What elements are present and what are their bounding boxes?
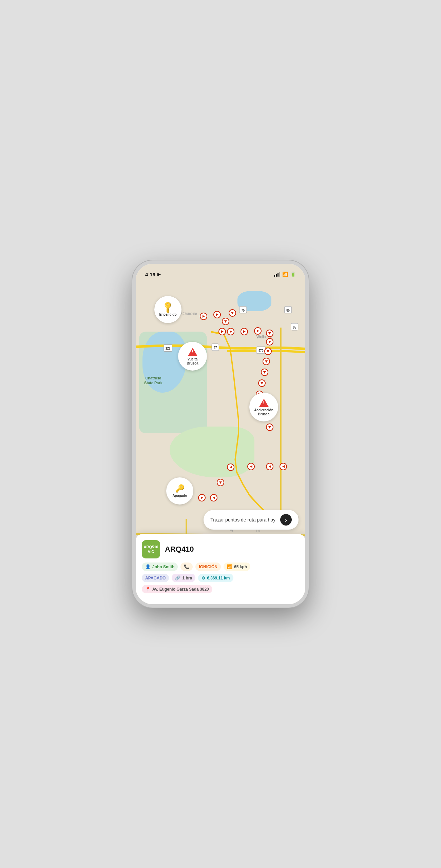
badge-phone: 📞 xyxy=(180,563,193,571)
apagado-label: Apagado xyxy=(173,494,187,498)
park-label-line1: Chatfield xyxy=(145,376,161,380)
event-vuelta-brusca: Vuelta Brusca xyxy=(178,342,207,371)
badge-off: APAGADO xyxy=(142,574,169,582)
phone-frame: 4:19 ▶ 📶 🔋 Chatfield xyxy=(132,260,309,608)
route-marker-6 xyxy=(227,328,234,335)
badges-row-3: 📍 Av. Eugenio Garza Sada 3820 xyxy=(142,585,299,593)
signal-bar-1 xyxy=(274,275,275,277)
vehicle-card-header: ARQ510 VIC ARQ410 xyxy=(142,540,299,558)
odometer-icon: ⊙ xyxy=(202,575,205,580)
route-marker-14 xyxy=(258,379,266,387)
route-marker-23 xyxy=(217,479,224,486)
svg-text:47: 47 xyxy=(214,346,217,350)
route-marker-9 xyxy=(266,330,273,337)
warning-icon-aceleracion xyxy=(259,398,269,408)
route-marker-13 xyxy=(261,369,268,376)
aceleracion-brusca-label: Aceleración Brusca xyxy=(254,408,273,416)
battery-icon: 🔋 xyxy=(290,272,296,277)
time-value: 1 hra xyxy=(182,576,192,580)
route-marker-24 xyxy=(198,494,206,501)
route-marker-19 xyxy=(227,463,234,471)
person-icon: 👤 xyxy=(145,564,151,569)
route-button-arrow-circle[interactable]: › xyxy=(280,514,292,526)
status-bar: 4:19 ▶ 📶 🔋 xyxy=(136,264,305,281)
route-marker-10 xyxy=(266,338,273,346)
svg-text:75: 75 xyxy=(242,308,245,312)
route-button-arrow-icon: › xyxy=(285,516,287,524)
phone-icon: 📞 xyxy=(184,564,189,569)
route-marker-1 xyxy=(200,313,207,320)
status-icons: 📶 🔋 xyxy=(274,272,296,277)
badge-driver: 👤 John Smith xyxy=(142,563,178,571)
key-gray-icon: 🔑 xyxy=(175,484,185,493)
badges-row-2: APAGADO 🔗 1 hra ⊙ 6,369.11 km xyxy=(142,574,299,582)
route-marker-25 xyxy=(210,494,217,501)
status-label: APAGADO xyxy=(145,576,166,580)
speed-icon: 📶 xyxy=(227,564,232,569)
vehicle-id: ARQ410 xyxy=(165,545,194,554)
link-icon: 🔗 xyxy=(175,575,180,580)
signal-bar-2 xyxy=(276,274,277,277)
location-arrow-icon: ▶ xyxy=(157,272,160,277)
badge-distance: ⊙ 6,369.11 km xyxy=(198,574,233,582)
route-marker-22 xyxy=(280,463,287,470)
route-marker-11 xyxy=(264,348,272,355)
svg-text:85: 85 xyxy=(286,308,290,312)
badge-location: 📍 Av. Eugenio Garza Sada 3820 xyxy=(142,585,212,593)
route-marker-3 xyxy=(229,309,236,317)
route-marker-12 xyxy=(263,358,270,365)
signal-bar-3 xyxy=(277,273,279,277)
event-apagado: 🔑 Apagado xyxy=(166,477,193,505)
event-encendido: 🔑 Encendido xyxy=(154,296,181,323)
park-label-line2: State Park xyxy=(144,381,162,385)
badge-time: 🔗 1 hra xyxy=(172,574,195,582)
vehicle-card: ARQ510 VIC ARQ410 👤 John Smith 📞 IGNICIÓ… xyxy=(136,534,305,604)
svg-text:470: 470 xyxy=(258,349,264,353)
route-marker-2 xyxy=(213,311,221,318)
vuelta-brusca-label: Vuelta Brusca xyxy=(187,357,198,366)
park-label: Chatfield State Park xyxy=(144,376,162,386)
svg-text:85: 85 xyxy=(293,325,296,329)
route-marker-21 xyxy=(266,463,273,470)
svg-text:121: 121 xyxy=(166,346,171,350)
badges-row-1: 👤 John Smith 📞 IGNICIÓN 📶 65 kph xyxy=(142,563,299,571)
route-button[interactable]: Trazar puntos de ruta para hoy › xyxy=(204,510,299,530)
badge-speed: 📶 65 kph xyxy=(224,563,250,571)
svg-text:Columbine: Columbine xyxy=(181,311,197,315)
route-marker-20 xyxy=(247,463,255,470)
route-marker-7 xyxy=(241,328,248,335)
driver-name: John Smith xyxy=(152,565,174,569)
route-button-label: Trazar puntos de ruta para hoy xyxy=(210,517,275,522)
route-marker-18 xyxy=(266,423,273,431)
route-marker-5 xyxy=(218,328,226,335)
badge-ignition: IGNICIÓN xyxy=(195,563,221,571)
location-value: Av. Eugenio Garza Sada 3820 xyxy=(152,587,209,592)
distance-value: 6,369.11 km xyxy=(207,576,230,580)
signal-bars xyxy=(274,272,280,277)
signal-bar-4 xyxy=(279,272,280,277)
speed-value: 65 kph xyxy=(234,565,247,569)
status-time: 4:19 ▶ xyxy=(145,272,160,277)
vehicle-avatar-text: ARQ510 VIC xyxy=(144,545,158,554)
wifi-icon: 📶 xyxy=(282,272,288,277)
key-green-icon: 🔑 xyxy=(161,300,175,314)
route-marker-4 xyxy=(222,318,229,325)
event-aceleracion-brusca: Aceleración Brusca xyxy=(249,393,278,421)
ignition-label: IGNICIÓN xyxy=(199,565,217,569)
time-display: 4:19 xyxy=(145,272,155,277)
warning-icon-vuelta xyxy=(188,347,197,357)
route-marker-8 xyxy=(254,327,262,335)
location-icon: 📍 xyxy=(145,587,151,592)
vehicle-avatar: ARQ510 VIC xyxy=(142,540,160,558)
